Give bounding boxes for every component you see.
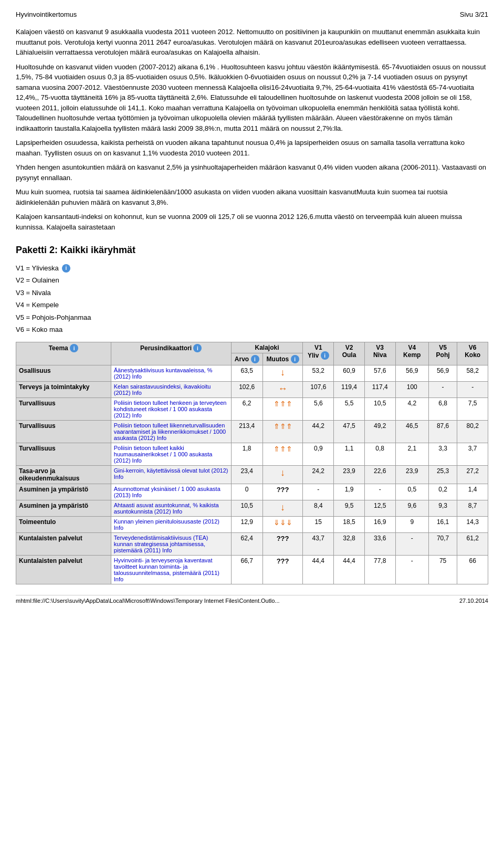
cell-v5: 56,9 [428,365,457,382]
cell-muutos: ??? [262,556,303,584]
page-title-left: Hyvinvointikertomus [16,11,77,18]
table-row: Turvallisuus Poliisin tietoon tulleet he… [16,398,488,421]
cell-arvo: 10,5 [231,500,262,517]
legend: V1 = Ylivieska i V2 = Oulainen V3 = Niva… [16,262,488,336]
paragraph-6: Kalajoen kansantauti-indeksi on kohonnut… [16,212,488,232]
legend-v5: V5 = Pohjois-Pohjanmaa [16,311,488,323]
header-v1: V1Yliv i [303,342,334,365]
cell-v3: 22,6 [364,466,395,484]
cell-perin: Kunnan yleinen pienituloisuusaste (2012)… [111,517,231,533]
cell-v2: 47,5 [334,421,365,443]
cell-v2: 60,9 [334,365,365,382]
cell-muutos: ↓ [262,365,303,382]
header-arvo: Arvo i [231,353,262,365]
cell-v1: 24,2 [303,466,334,484]
cell-perin: Kelan sairastavuusindeksi, ikavakioitu (… [111,382,231,398]
cell-v6: 27,2 [457,466,488,484]
cell-teema: Asuminen ja ympäristö [16,484,111,500]
paragraph-1: Kalajoen väestö on kasvanut 9 asukkaalla… [16,27,488,58]
cell-v4: 46,5 [395,421,428,443]
cell-v5: 87,6 [428,421,457,443]
cell-v4: - [395,533,428,556]
cell-v3: - [364,484,395,500]
cell-muutos: ??? [262,484,303,500]
legend-v4: V4 = Kempele [16,299,488,311]
table-row: Osallisuus Äänestysaktiivisuus kuntavaal… [16,365,488,382]
cell-v6: 61,2 [457,533,488,556]
cell-v2: 18,5 [334,517,365,533]
cell-arvo: 1,8 [231,443,262,466]
legend-v6: V6 = Koko maa [16,323,488,336]
cell-v2: 1,1 [334,443,365,466]
cell-v6: 3,7 [457,443,488,466]
info-icon-teema[interactable]: i [70,344,78,352]
cell-v1: 8,4 [303,500,334,517]
cell-teema: Kuntalaisten palvelut [16,556,111,584]
cell-v2: 1,9 [334,484,365,500]
header-perin: Perusindikaattori i [111,342,231,365]
paragraph-4: Yhden hengen asuntokuntien määrä on kasv… [16,162,488,183]
cell-v5: 25,3 [428,466,457,484]
cell-v2: 9,5 [334,500,365,517]
cell-perin: Ahtaasti asuvat asuntokunnat, % kaikista… [111,500,231,517]
cell-v5: - [428,382,457,398]
cell-v4: 9 [395,517,428,533]
cell-v4: 4,2 [395,398,428,421]
cell-arvo: 66,7 [231,556,262,584]
cell-v3: 12,5 [364,500,395,517]
cell-arvo: 6,2 [231,398,262,421]
cell-v1: 5,6 [303,398,334,421]
cell-teema: Terveys ja toimintakyky [16,382,111,398]
info-icon-v1[interactable]: i [62,264,70,273]
cell-arvo: 0 [231,484,262,500]
table-row: Turvallisuus Poliisin tietoon tulleet li… [16,421,488,443]
cell-perin: Hyvinvointi- ja terveyseroja kaventavat … [111,556,231,584]
header-kalajoki: Kalajoki [231,342,303,353]
cell-teema: Tasa-arvo ja oikeudenmukaisuus [16,466,111,484]
cell-v3: 0,8 [364,443,395,466]
footer-right: 27.10.2014 [459,598,488,604]
table-row: Kuntalaisten palvelut Terveydenedistämis… [16,533,488,556]
cell-v2: 23,9 [334,466,365,484]
cell-muutos: ⇑⇑⇑ [262,398,303,421]
cell-v5: 9,3 [428,500,457,517]
cell-perin: Äänestysaktiivisuus kuntavaaleis­sa, % (… [111,365,231,382]
header-v5: V5Pohj [428,342,457,365]
header-v3: V3Niva [364,342,395,365]
paragraph-5: Muu kuin suomea, ruotsia tai saamea äidi… [16,187,488,207]
cell-muutos: ⇓⇓⇓ [262,517,303,533]
cell-v3: 16,9 [364,517,395,533]
cell-v2: 5,5 [334,398,365,421]
cell-perin: Asunnottomat yksinäiset / 1 000 asukasta… [111,484,231,500]
cell-v6: 1,4 [457,484,488,500]
header-v4: V4Kemp [395,342,428,365]
cell-v6: 8,7 [457,500,488,517]
cell-v6: 66 [457,556,488,584]
cell-v1: 0,9 [303,443,334,466]
cell-teema: Toimeentulo [16,517,111,533]
info-icon-v1h[interactable]: i [321,351,329,360]
cell-v2: 44,4 [334,556,365,584]
cell-v6: 58,2 [457,365,488,382]
cell-arvo: 102,6 [231,382,262,398]
legend-v1: V1 = Ylivieska i [16,262,488,274]
info-icon-muutos[interactable]: i [291,355,299,363]
cell-v6: 80,2 [457,421,488,443]
cell-arvo: 62,4 [231,533,262,556]
cell-teema: Turvallisuus [16,398,111,421]
cell-v1: 107,6 [303,382,334,398]
cell-perin: Poliisin tietoon tulleet kaikki huumausa… [111,443,231,466]
cell-v5: 0,2 [428,484,457,500]
cell-teema: Osallisuus [16,365,111,382]
cell-v1: 53,2 [303,365,334,382]
intro-text: Kalajoen väestö on kasvanut 9 asukkaalla… [16,27,488,232]
page-title-right: Sivu 3/21 [460,11,488,18]
info-icon-arvo[interactable]: i [251,355,259,363]
cell-muutos: ??? [262,533,303,556]
cell-v6: 7,5 [457,398,488,421]
cell-teema: Asuminen ja ympäristö [16,500,111,517]
cell-v1: 43,7 [303,533,334,556]
info-icon-perin[interactable]: i [193,344,202,352]
cell-v4: 23,9 [395,466,428,484]
cell-v3: 77,8 [364,556,395,584]
